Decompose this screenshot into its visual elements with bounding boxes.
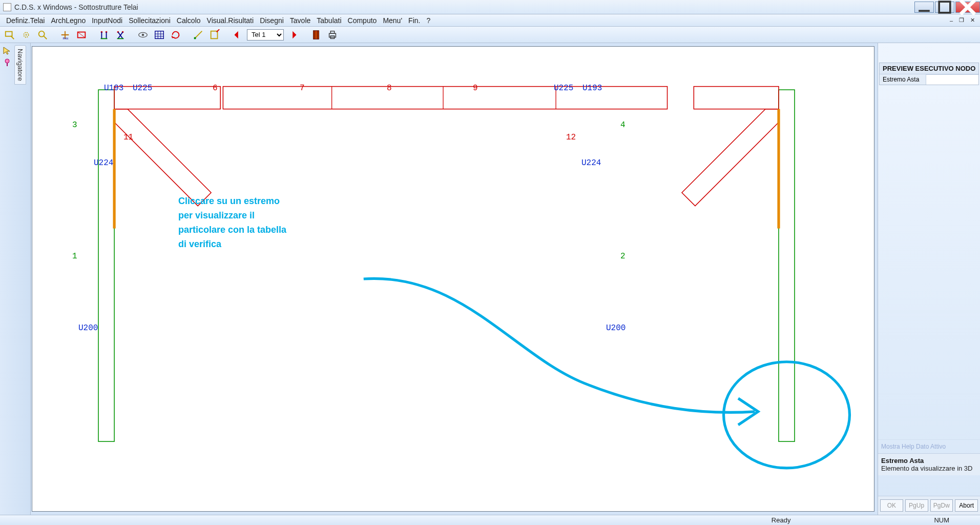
svg-rect-39 — [329, 33, 336, 37]
beam-8: 8 — [387, 84, 392, 93]
svg-rect-31 — [194, 37, 196, 39]
brace-11: 11 — [123, 133, 133, 142]
next-arrow-icon[interactable] — [287, 28, 300, 42]
svg-line-9 — [44, 35, 47, 38]
menu-fin[interactable]: Fin. — [405, 15, 423, 26]
edit2-icon[interactable] — [208, 28, 221, 42]
eye-icon[interactable] — [136, 28, 150, 42]
u200-right: U200 — [606, 324, 625, 333]
pgup-button[interactable]: PgUp — [905, 499, 928, 512]
annotation-svg — [32, 47, 874, 511]
struct1-icon[interactable] — [97, 28, 111, 42]
u224-right: U224 — [581, 158, 601, 168]
mdi-minimize[interactable]: – — [948, 17, 955, 24]
svg-rect-1 — [939, 2, 950, 13]
menu-help[interactable]: ? — [423, 15, 433, 26]
beam-9: 9 — [473, 84, 478, 93]
menu-tavole[interactable]: Tavole — [287, 15, 314, 26]
menu-computo[interactable]: Computo — [345, 15, 380, 26]
drawing-canvas[interactable]: 3 4 1 2 6 7 8 9 11 12 U193 U225 U225 U19… — [32, 46, 874, 512]
menu-inputnodi[interactable]: InputNodi — [89, 15, 126, 26]
toolbar: PAN Tel 1 — [0, 27, 980, 43]
beam-7: 7 — [300, 84, 305, 93]
u200-left: U200 — [78, 324, 98, 333]
cursor-icon[interactable] — [2, 46, 12, 55]
annotation-text: Cliccare su un estremo per visualizzare … — [178, 194, 286, 252]
menu-tabulati[interactable]: Tabulati — [314, 15, 344, 26]
pan-icon[interactable]: PAN — [58, 28, 72, 42]
menu-menu[interactable]: Menu' — [380, 15, 405, 26]
u224-left: U224 — [94, 158, 113, 168]
field-label: Estremo Asta — [880, 74, 926, 85]
print-icon[interactable] — [326, 28, 339, 42]
u225-left: U225 — [133, 84, 152, 93]
menu-visual-risultati[interactable]: Visual.Risultati — [204, 15, 257, 26]
help-ghost: Mostra Help Dato Attivo — [878, 439, 980, 453]
frame-icon[interactable] — [75, 28, 88, 42]
titlebar: C.D.S. x Windows - Sottostrutture Telai — [0, 0, 980, 14]
svg-point-24 — [142, 33, 144, 36]
svg-marker-34 — [235, 31, 238, 38]
svg-line-12 — [78, 32, 86, 37]
zoom-extents-icon[interactable] — [19, 28, 33, 42]
maximize-button[interactable] — [935, 2, 954, 13]
statusbar: Ready NUM — [0, 515, 980, 525]
brace-12: 12 — [566, 133, 576, 142]
prev-arrow-icon[interactable] — [231, 28, 244, 42]
zoom-window-icon[interactable] — [3, 28, 16, 42]
menu-archlegno[interactable]: ArchLegno — [48, 15, 89, 26]
node-2: 2 — [620, 252, 625, 261]
info-box: Estremo Asta Elemento da visualizzare in… — [878, 453, 980, 475]
pgdw-button[interactable]: PgDw — [930, 499, 953, 512]
member-icon[interactable] — [309, 28, 323, 42]
menu-disegni[interactable]: Disegni — [257, 15, 287, 26]
preview-title: PREVIEW ESECUTIVO NODO — [880, 63, 978, 74]
window-title: C.D.S. x Windows - Sottostrutture Telai — [14, 3, 138, 11]
u193-right: U193 — [582, 84, 602, 93]
svg-rect-36 — [314, 30, 319, 39]
svg-rect-32 — [211, 31, 218, 38]
svg-marker-42 — [4, 47, 10, 54]
node-4: 4 — [620, 120, 625, 130]
svg-point-57 — [724, 362, 850, 468]
svg-rect-40 — [330, 31, 334, 33]
svg-rect-25 — [155, 31, 164, 38]
mdi-restore[interactable]: ❐ — [957, 16, 966, 24]
preview-header: PREVIEW ESECUTIVO NODO Estremo Asta — [879, 63, 979, 85]
svg-point-7 — [26, 34, 27, 35]
navigator-tab[interactable]: Navigatore — [14, 45, 26, 85]
svg-marker-35 — [293, 31, 296, 38]
pin-icon[interactable] — [2, 57, 12, 67]
right-panel: PREVIEW ESECUTIVO NODO Estremo Asta Most… — [878, 43, 980, 515]
menu-calcolo[interactable]: Calcolo — [174, 15, 204, 26]
menubar: Definiz.Telai ArchLegno InputNodi Sollec… — [0, 14, 980, 27]
status-num: NUM — [913, 516, 970, 524]
minimize-button[interactable] — [914, 2, 934, 13]
edit1-icon[interactable] — [192, 28, 205, 42]
u193-left: U193 — [104, 84, 123, 93]
left-strip: Navigatore — [0, 43, 31, 515]
beam-6: 6 — [213, 84, 218, 93]
node-1: 1 — [72, 252, 77, 261]
close-button[interactable] — [955, 2, 980, 13]
svg-point-43 — [5, 59, 9, 63]
node-3: 3 — [72, 120, 77, 130]
field-value[interactable] — [926, 74, 978, 85]
refresh-icon[interactable] — [169, 28, 182, 42]
app-icon — [3, 3, 11, 11]
info-title: Estremo Asta — [881, 457, 977, 465]
status-ready: Ready — [751, 516, 811, 524]
menu-sollecitazioni[interactable]: Sollecitazioni — [126, 15, 174, 26]
zoom-prev-icon[interactable] — [36, 28, 49, 42]
ok-button[interactable]: OK — [880, 499, 903, 512]
abort-button[interactable]: Abort — [955, 499, 978, 512]
menu-definiz-telai[interactable]: Definiz.Telai — [3, 15, 48, 26]
u225-right: U225 — [554, 84, 573, 93]
svg-text:PAN: PAN — [62, 37, 68, 40]
frame-selector[interactable]: Tel 1 — [247, 29, 284, 41]
mdi-close[interactable]: ✕ — [968, 16, 977, 24]
info-desc: Elemento da visualizzare in 3D — [881, 465, 977, 472]
table-icon[interactable] — [153, 28, 166, 42]
struct2-icon[interactable] — [114, 28, 127, 42]
